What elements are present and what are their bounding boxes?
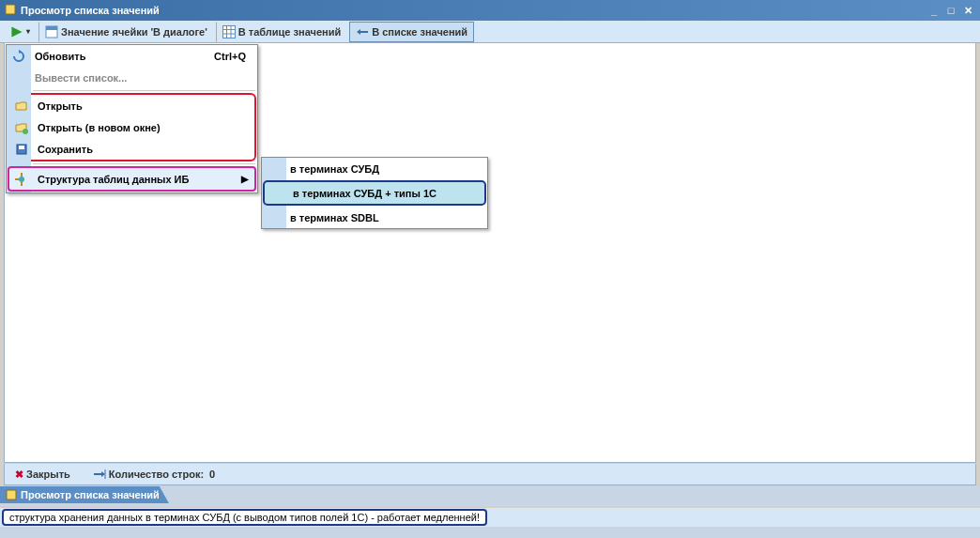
refresh-icon (11, 49, 26, 64)
context-menu: Обновить Ctrl+Q Вывести список... Открыт… (6, 44, 258, 193)
menu-update-label: Обновить (35, 51, 85, 62)
tab-bar: Просмотр списка значений (0, 486, 980, 506)
svg-rect-3 (46, 26, 57, 30)
menu-save-label: Сохранить (38, 144, 93, 155)
dropdown-chevron-icon: ▾ (26, 27, 30, 36)
tab-label: Просмотр списка значений (21, 489, 160, 500)
svg-rect-4 (222, 25, 235, 38)
value-list-button[interactable]: В списке значений (349, 22, 474, 42)
tab-icon (6, 489, 17, 500)
run-dropdown-button[interactable]: ▾ (4, 22, 37, 42)
structure-submenu: в терминах СУБД в терминах СУБД + типы 1… (261, 157, 488, 229)
menu-open-new[interactable]: Открыть (в новом окне) (9, 116, 254, 138)
window-title: Просмотр списка значений (21, 5, 160, 16)
value-table-button[interactable]: В таблице значений (216, 22, 347, 42)
status-text: структура хранения данных в терминах СУБ… (9, 512, 480, 523)
cell-icon (45, 25, 58, 38)
menu-open-label: Открыть (38, 100, 83, 112)
arrow-right-end-icon (93, 468, 106, 481)
minimize-button[interactable]: _ (927, 4, 941, 17)
close-icon: ✖ (15, 469, 23, 481)
submenu-terms-sdbl-label: в терминах SDBL (290, 212, 379, 223)
menu-save[interactable]: Сохранить (9, 138, 254, 160)
titlebar: Просмотр списка значений _ □ ✕ (0, 0, 980, 21)
main-toolbar: ▾ Значение ячейки 'В диалоге' В таблице … (0, 21, 980, 43)
submenu-terms-subd-1c[interactable]: в терминах СУБД + типы 1С (263, 180, 486, 206)
menu-separator-2 (33, 163, 255, 164)
structure-icon (14, 172, 29, 187)
menu-structure-label: Структура таблиц данных ИБ (38, 174, 189, 185)
menu-separator (33, 90, 255, 91)
close-button[interactable]: ✖ Закрыть (8, 464, 77, 484)
row-count-value: 0 (209, 469, 215, 480)
menu-export-list: Вывести список... (7, 67, 257, 88)
row-count-button[interactable]: Количество строк: 0 (86, 464, 222, 484)
submenu-terms-subd-1c-label: в терминах СУБД + типы 1С (293, 188, 436, 199)
table-icon (222, 25, 236, 38)
menu-open[interactable]: Открыть (9, 95, 254, 116)
submenu-terms-sdbl[interactable]: в терминах SDBL (262, 207, 487, 228)
bottom-pad (0, 527, 980, 538)
menu-structure[interactable]: Структура таблиц данных ИБ ▶ (8, 166, 256, 192)
chevron-right-icon: ▶ (241, 174, 249, 184)
row-count-label: Количество строк: (109, 469, 204, 480)
svg-point-15 (19, 177, 24, 182)
submenu-terms-subd-label: в терминах СУБД (290, 163, 379, 175)
cell-value-button[interactable]: Значение ячейки 'В диалоге' (38, 22, 214, 42)
submenu-terms-subd[interactable]: в терминах СУБД (262, 158, 487, 179)
play-icon (10, 25, 23, 38)
save-icon (14, 142, 29, 157)
folder-new-icon (14, 120, 29, 135)
svg-marker-20 (101, 471, 105, 477)
statusbar: структура хранения данных в терминах СУБ… (0, 508, 980, 527)
list-arrow-icon (356, 25, 369, 38)
maximize-button[interactable]: □ (944, 4, 957, 17)
menu-update[interactable]: Обновить Ctrl+Q (7, 45, 257, 67)
svg-rect-0 (6, 5, 15, 14)
svg-rect-22 (7, 490, 16, 500)
highlight-group-red: Открыть Открыть (в новом окне) Сохранить (8, 93, 256, 161)
cell-value-label: Значение ячейки 'В диалоге' (61, 26, 207, 38)
svg-marker-1 (11, 26, 22, 37)
menu-update-shortcut: Ctrl+Q (214, 51, 246, 62)
value-table-label: В таблице значений (238, 26, 341, 38)
menu-export-label: Вывести список... (35, 72, 127, 84)
svg-marker-10 (357, 29, 360, 35)
app-icon (4, 3, 17, 18)
menu-open-new-label: Открыть (в новом окне) (38, 122, 161, 133)
svg-rect-14 (19, 146, 24, 149)
tab-view-list[interactable]: Просмотр списка значений (0, 486, 169, 503)
close-label: Закрыть (26, 469, 70, 480)
bottom-toolbar: ✖ Закрыть Количество строк: 0 (4, 464, 976, 485)
close-window-button[interactable]: ✕ (961, 4, 974, 17)
svg-point-12 (23, 129, 28, 134)
status-message: структура хранения данных в терминах СУБ… (2, 509, 487, 526)
folder-open-icon (14, 99, 29, 114)
value-list-label: В списке значений (372, 26, 467, 38)
